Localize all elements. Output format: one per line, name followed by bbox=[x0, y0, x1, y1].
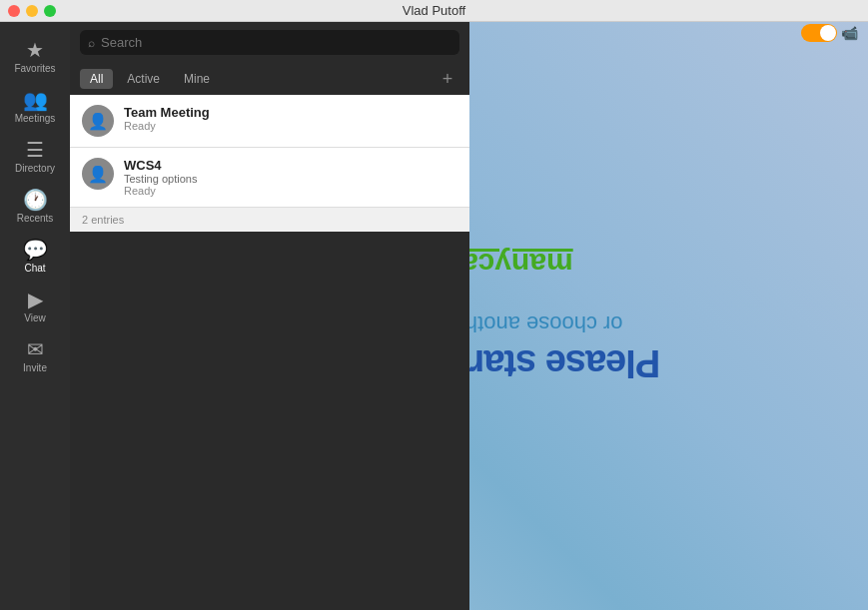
close-button[interactable] bbox=[8, 5, 20, 17]
meeting-item-team-meeting[interactable]: 👤 Team Meeting Ready bbox=[70, 95, 469, 148]
minimize-button[interactable] bbox=[26, 5, 38, 17]
meeting-status-team: Ready bbox=[124, 120, 457, 132]
meeting-item-wcs4[interactable]: 👤 WCS4 Testing options Ready bbox=[70, 148, 469, 208]
window-title: Vlad Putoff bbox=[403, 3, 465, 18]
search-input[interactable] bbox=[101, 35, 451, 50]
search-icon: ⌕ bbox=[88, 36, 95, 50]
toggle-knob bbox=[820, 25, 836, 41]
sidebar-item-favorites[interactable]: ★ Favorites bbox=[0, 32, 70, 82]
avatar-icon-wcs4: 👤 bbox=[88, 165, 108, 184]
maximize-button[interactable] bbox=[44, 5, 56, 17]
chat-icon: 💬 bbox=[23, 240, 48, 260]
main-area: ★ Favorites 👥 Meetings ☰ Directory 🕐 Rec… bbox=[0, 22, 868, 610]
invite-icon: ✉ bbox=[27, 339, 44, 359]
title-bar: Vlad Putoff bbox=[0, 0, 868, 22]
traffic-lights bbox=[8, 5, 56, 17]
sidebar-label-recents: Recents bbox=[17, 213, 54, 224]
filter-tab-all[interactable]: All bbox=[80, 69, 113, 89]
filter-tab-active[interactable]: Active bbox=[117, 69, 170, 89]
sidebar-item-view[interactable]: ▶ View bbox=[0, 282, 70, 331]
sidebar-item-invite[interactable]: ✉ Invite bbox=[0, 331, 70, 381]
recents-icon: 🕐 bbox=[23, 190, 48, 210]
filter-tabs: All Active Mine + bbox=[70, 63, 469, 95]
search-bar: ⌕ bbox=[70, 22, 469, 63]
camera-icon: 📹 bbox=[841, 25, 858, 41]
sidebar-item-chat[interactable]: 💬 Chat bbox=[0, 232, 70, 282]
meeting-name-wcs4: WCS4 bbox=[124, 158, 457, 173]
meeting-list: 👤 Team Meeting Ready 👤 WCS4 Testing opti… bbox=[70, 95, 469, 232]
filter-tab-mine[interactable]: Mine bbox=[174, 69, 220, 89]
sidebar: ★ Favorites 👥 Meetings ☰ Directory 🕐 Rec… bbox=[0, 22, 70, 610]
meetings-icon: 👥 bbox=[23, 90, 48, 110]
sidebar-label-invite: Invite bbox=[23, 362, 47, 373]
sidebar-label-favorites: Favorites bbox=[14, 63, 55, 74]
entries-count: 2 entries bbox=[70, 208, 469, 232]
sidebar-label-meetings: Meetings bbox=[15, 113, 56, 124]
sidebar-item-directory[interactable]: ☰ Directory bbox=[0, 132, 70, 182]
sidebar-item-meetings[interactable]: 👥 Meetings bbox=[0, 82, 70, 132]
sidebar-label-directory: Directory bbox=[15, 163, 55, 174]
camera-toggle-switch[interactable] bbox=[801, 24, 837, 42]
meeting-status-wcs4: Ready bbox=[124, 185, 457, 197]
sidebar-label-view: View bbox=[24, 312, 46, 323]
meeting-info-team: Team Meeting Ready bbox=[124, 105, 457, 132]
view-icon: ▶ bbox=[28, 290, 43, 309]
sidebar-item-recents[interactable]: 🕐 Recents bbox=[0, 182, 70, 232]
meeting-avatar-team: 👤 bbox=[82, 105, 114, 137]
meeting-info-wcs4: WCS4 Testing options Ready bbox=[124, 158, 457, 197]
meeting-sub-wcs4: Testing options bbox=[124, 173, 457, 185]
panel: ⌕ All Active Mine + 👤 Team Meeting Ready bbox=[70, 22, 469, 610]
star-icon: ★ bbox=[26, 40, 44, 60]
directory-icon: ☰ bbox=[26, 140, 44, 160]
sidebar-label-chat: Chat bbox=[24, 263, 45, 274]
add-meeting-button[interactable]: + bbox=[435, 67, 459, 91]
meeting-name-team: Team Meeting bbox=[124, 105, 457, 120]
search-input-wrapper[interactable]: ⌕ bbox=[80, 30, 459, 55]
avatar-icon-team: 👤 bbox=[88, 112, 108, 131]
meeting-avatar-wcs4: 👤 bbox=[82, 158, 114, 190]
camera-toggle-area: 📹 bbox=[801, 24, 858, 42]
